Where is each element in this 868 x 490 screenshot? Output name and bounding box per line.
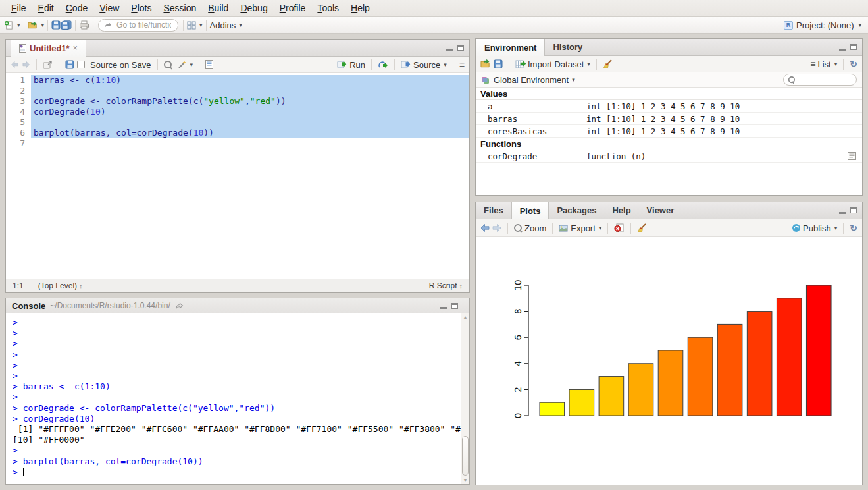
compile-notebook-icon[interactable] bbox=[205, 60, 213, 69]
environment-object-row[interactable]: aint [1:10] 1 2 3 4 5 6 7 8 9 10 bbox=[476, 100, 862, 113]
scope-selector[interactable]: (Top Level)↕ bbox=[38, 281, 83, 290]
back-icon[interactable] bbox=[11, 61, 19, 68]
menu-item-plots[interactable]: Plots bbox=[125, 0, 157, 16]
object-value: int [1:10] 1 2 3 4 5 6 7 8 9 10 bbox=[586, 114, 862, 124]
clear-broom-icon[interactable] bbox=[603, 59, 613, 68]
document-outline-icon[interactable]: ≡ bbox=[459, 60, 465, 69]
save-all-button[interactable] bbox=[61, 20, 72, 30]
scroll-down-icon[interactable]: ▼ bbox=[461, 478, 469, 483]
save-workspace-icon[interactable] bbox=[494, 59, 503, 68]
pane-layout-button[interactable]: ▾ bbox=[187, 21, 203, 30]
code-line[interactable]: corDegrade <- colorRampPalette(c("yellow… bbox=[31, 96, 469, 107]
project-selector[interactable]: R Project: (None) ▾ bbox=[784, 20, 864, 30]
code-line[interactable] bbox=[31, 117, 469, 128]
refresh-icon[interactable]: ↻ bbox=[850, 59, 857, 69]
menu-item-debug[interactable]: Debug bbox=[234, 0, 273, 16]
menu-item-code[interactable]: Code bbox=[60, 0, 93, 16]
list-view-button[interactable]: ≡ List ▾ bbox=[810, 59, 837, 69]
source-button[interactable]: Source ▾ bbox=[401, 60, 447, 70]
tab-files[interactable]: Files bbox=[476, 202, 511, 219]
menu-item-help[interactable]: Help bbox=[345, 0, 376, 16]
maximize-pane-icon[interactable] bbox=[451, 303, 458, 309]
environment-section-header: Values bbox=[476, 88, 862, 100]
goto-file-box[interactable] bbox=[98, 19, 178, 32]
environment-search-input[interactable] bbox=[798, 74, 852, 85]
code-tools-button[interactable]: ▾ bbox=[178, 60, 193, 69]
tab-plots[interactable]: Plots bbox=[511, 202, 549, 219]
tab-viewer[interactable]: Viewer bbox=[639, 202, 682, 219]
tab-untitled1[interactable]: Untitled1* × bbox=[11, 40, 86, 57]
publish-button[interactable]: Publish ▾ bbox=[792, 223, 837, 233]
rerun-icon[interactable] bbox=[378, 61, 388, 69]
minimize-pane-icon[interactable] bbox=[839, 49, 846, 51]
code-line[interactable]: corDegrade(10) bbox=[31, 107, 469, 117]
console-scrollbar[interactable]: ▲ ▼ bbox=[461, 313, 469, 484]
code-line[interactable] bbox=[31, 138, 469, 149]
minimize-pane-icon[interactable] bbox=[446, 49, 453, 51]
text-cursor bbox=[23, 468, 24, 476]
code-editor[interactable]: 1234567 barras <- c(1:10)corDegrade <- c… bbox=[6, 74, 469, 279]
menu-item-edit[interactable]: Edit bbox=[32, 0, 60, 16]
find-icon[interactable] bbox=[164, 61, 172, 69]
show-in-new-window-icon[interactable] bbox=[43, 61, 53, 69]
refresh-plot-icon[interactable]: ↻ bbox=[850, 223, 857, 233]
tab-environment[interactable]: Environment bbox=[476, 39, 545, 56]
remove-plot-icon[interactable] bbox=[614, 223, 625, 232]
console-line: [1] "#FFFF00" "#FFE200" "#FFC600" "#FFAA… bbox=[13, 424, 461, 435]
code-line[interactable] bbox=[31, 86, 469, 96]
chevron-down-icon: ▾ bbox=[834, 61, 838, 67]
save-button[interactable] bbox=[65, 60, 74, 69]
file-type-selector[interactable]: R Script↕ bbox=[429, 281, 463, 290]
view-function-icon[interactable] bbox=[848, 152, 862, 160]
goto-file-input[interactable] bbox=[115, 20, 172, 30]
toolbar-separator bbox=[47, 20, 48, 31]
run-button[interactable]: Run bbox=[337, 60, 365, 70]
environment-object-row[interactable]: coresBasicasint [1:10] 1 2 3 4 5 6 7 8 9… bbox=[476, 125, 862, 138]
menu-item-build[interactable]: Build bbox=[202, 0, 234, 16]
maximize-pane-icon[interactable] bbox=[850, 44, 857, 50]
console-line-text: > corDegrade(10) bbox=[13, 414, 95, 423]
chevron-down-icon: ▾ bbox=[834, 225, 838, 231]
import-dataset-label: Import Dataset bbox=[528, 59, 584, 69]
environment-scope-selector[interactable]: Global Environment ▾ bbox=[494, 75, 575, 85]
previous-plot-icon[interactable] bbox=[480, 224, 490, 232]
addins-button[interactable]: Addins ▾ bbox=[210, 20, 242, 30]
close-icon[interactable]: × bbox=[73, 43, 78, 53]
minimize-pane-icon[interactable] bbox=[839, 212, 846, 214]
clear-plots-broom-icon[interactable] bbox=[637, 223, 647, 232]
zoom-plot-button[interactable]: Zoom bbox=[514, 223, 546, 233]
environment-scope-label: Global Environment bbox=[494, 75, 569, 85]
tab-packages[interactable]: Packages bbox=[549, 202, 604, 219]
editor-code[interactable]: barras <- c(1:10)corDegrade <- colorRamp… bbox=[31, 74, 469, 279]
forward-icon[interactable] bbox=[22, 61, 30, 68]
menu-item-tools[interactable]: Tools bbox=[311, 0, 345, 16]
code-line[interactable]: barplot(barras, col=corDegrade(10)) bbox=[31, 128, 469, 138]
menu-item-profile[interactable]: Profile bbox=[274, 0, 312, 16]
menu-item-view[interactable]: View bbox=[93, 0, 125, 16]
minimize-pane-icon[interactable] bbox=[440, 307, 447, 309]
scroll-up-icon[interactable]: ▲ bbox=[461, 315, 469, 319]
tab-history[interactable]: History bbox=[545, 39, 590, 55]
export-plot-button[interactable]: Export ▾ bbox=[559, 223, 601, 233]
code-line[interactable]: barras <- c(1:10) bbox=[31, 75, 469, 86]
environment-search-box[interactable] bbox=[783, 74, 857, 86]
tab-help[interactable]: Help bbox=[604, 202, 638, 219]
menu-item-session[interactable]: Session bbox=[157, 0, 202, 16]
environment-object-row[interactable]: corDegradefunction (n) bbox=[476, 150, 862, 163]
scrollbar-thumb[interactable] bbox=[462, 436, 469, 476]
environment-object-row[interactable]: barrasint [1:10] 1 2 3 4 5 6 7 8 9 10 bbox=[476, 113, 862, 125]
import-dataset-button[interactable]: Import Dataset ▾ bbox=[515, 59, 590, 69]
object-name: corDegrade bbox=[476, 151, 586, 161]
new-file-button[interactable]: ▾ bbox=[4, 20, 20, 30]
maximize-pane-icon[interactable] bbox=[850, 207, 857, 213]
open-file-button[interactable]: ▾ bbox=[28, 20, 45, 30]
source-on-save-checkbox[interactable] bbox=[77, 61, 85, 68]
next-plot-icon[interactable] bbox=[492, 224, 501, 232]
console-output[interactable]: >>>>>>> barras <- c(1:10)>> corDegrade <… bbox=[6, 313, 461, 484]
menu-item-file[interactable]: File bbox=[5, 0, 32, 16]
popout-arrow-icon[interactable] bbox=[175, 302, 184, 310]
print-button[interactable] bbox=[79, 20, 89, 30]
save-button[interactable] bbox=[51, 20, 61, 30]
maximize-pane-icon[interactable] bbox=[457, 45, 464, 51]
load-workspace-icon[interactable] bbox=[480, 59, 491, 68]
